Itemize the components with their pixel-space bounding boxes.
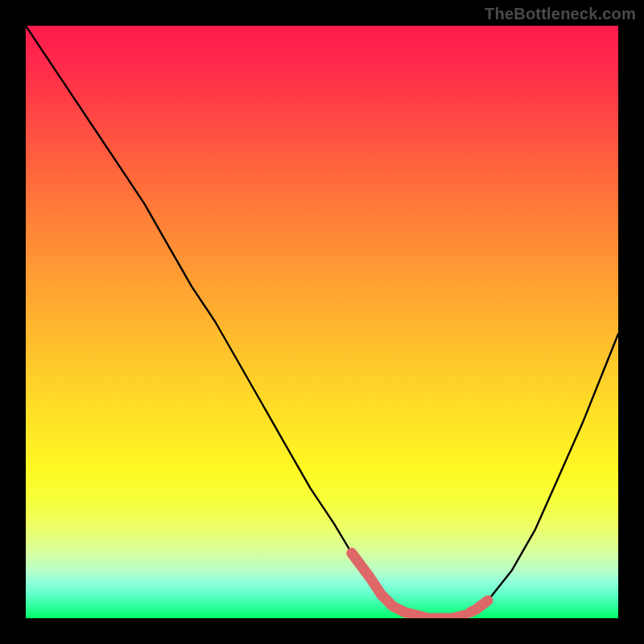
- plot-area: [26, 26, 618, 618]
- optimal-band-marker: [352, 553, 464, 618]
- optimal-band-marker-right: [470, 601, 488, 613]
- attribution-label: TheBottleneck.com: [485, 5, 636, 23]
- bottleneck-curve: [26, 26, 618, 618]
- curve-layer: [26, 26, 618, 618]
- chart-frame: TheBottleneck.com: [0, 0, 644, 644]
